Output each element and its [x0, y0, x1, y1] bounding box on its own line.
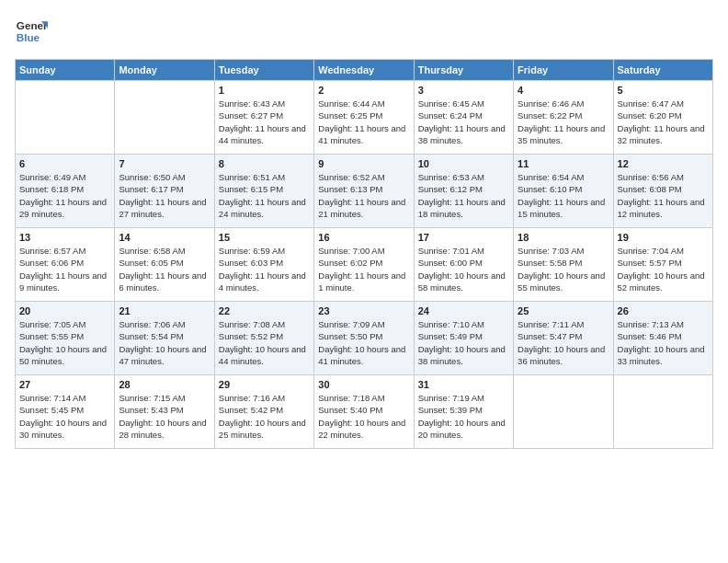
day-info: Sunrise: 6:53 AMSunset: 6:12 PMDaylight:…: [418, 171, 509, 220]
calendar-cell: 29Sunrise: 7:16 AMSunset: 5:42 PMDayligh…: [214, 375, 313, 449]
day-info: Sunrise: 7:04 AMSunset: 5:57 PMDaylight:…: [618, 245, 709, 293]
calendar-week-5: 27Sunrise: 7:14 AMSunset: 5:45 PMDayligh…: [16, 375, 713, 449]
day-header-saturday: Saturday: [613, 60, 712, 81]
day-info: Sunrise: 7:16 AMSunset: 5:42 PMDaylight:…: [219, 392, 310, 441]
day-number: 19: [618, 232, 709, 243]
day-info: Sunrise: 7:15 AMSunset: 5:43 PMDaylight:…: [119, 392, 210, 441]
day-info: Sunrise: 6:47 AMSunset: 6:20 PMDaylight:…: [618, 98, 709, 146]
day-info: Sunrise: 6:44 AMSunset: 6:25 PMDaylight:…: [318, 98, 409, 146]
day-info: Sunrise: 7:11 AMSunset: 5:47 PMDaylight:…: [518, 318, 609, 367]
day-info: Sunrise: 7:09 AMSunset: 5:50 PMDaylight:…: [318, 318, 409, 367]
calendar-week-4: 20Sunrise: 7:05 AMSunset: 5:55 PMDayligh…: [16, 302, 713, 375]
day-number: 18: [518, 232, 609, 243]
day-number: 20: [19, 305, 110, 316]
calendar-cell: 20Sunrise: 7:05 AMSunset: 5:55 PMDayligh…: [16, 302, 115, 375]
day-number: 15: [219, 232, 310, 243]
day-number: 23: [318, 305, 409, 316]
day-number: 6: [19, 158, 110, 169]
calendar-cell: 12Sunrise: 6:56 AMSunset: 6:08 PMDayligh…: [613, 155, 712, 228]
calendar-cell: 2Sunrise: 6:44 AMSunset: 6:25 PMDaylight…: [314, 81, 414, 155]
calendar-cell: 11Sunrise: 6:54 AMSunset: 6:10 PMDayligh…: [514, 155, 613, 228]
day-number: 24: [418, 305, 509, 316]
calendar-cell: 25Sunrise: 7:11 AMSunset: 5:47 PMDayligh…: [514, 302, 613, 375]
day-number: 5: [618, 85, 709, 96]
day-info: Sunrise: 7:05 AMSunset: 5:55 PMDaylight:…: [19, 318, 110, 367]
calendar-cell: 6Sunrise: 6:49 AMSunset: 6:18 PMDaylight…: [16, 155, 115, 228]
calendar-cell: 3Sunrise: 6:45 AMSunset: 6:24 PMDaylight…: [414, 81, 513, 155]
calendar-cell: 23Sunrise: 7:09 AMSunset: 5:50 PMDayligh…: [314, 302, 414, 375]
day-number: 21: [119, 305, 210, 316]
calendar-header-row: SundayMondayTuesdayWednesdayThursdayFrid…: [16, 60, 713, 81]
day-number: 31: [418, 379, 509, 390]
calendar-week-2: 6Sunrise: 6:49 AMSunset: 6:18 PMDaylight…: [16, 155, 713, 228]
logo-icon: General Blue: [15, 15, 48, 48]
calendar-cell: [115, 81, 214, 155]
day-number: 7: [119, 158, 210, 169]
calendar-cell: 21Sunrise: 7:06 AMSunset: 5:54 PMDayligh…: [115, 302, 214, 375]
day-info: Sunrise: 6:51 AMSunset: 6:15 PMDaylight:…: [219, 171, 310, 220]
day-info: Sunrise: 7:03 AMSunset: 5:58 PMDaylight:…: [518, 245, 609, 293]
day-info: Sunrise: 7:01 AMSunset: 6:00 PMDaylight:…: [418, 245, 509, 293]
day-info: Sunrise: 7:14 AMSunset: 5:45 PMDaylight:…: [19, 392, 110, 441]
day-info: Sunrise: 7:18 AMSunset: 5:40 PMDaylight:…: [318, 392, 409, 441]
calendar-body: 1Sunrise: 6:43 AMSunset: 6:27 PMDaylight…: [16, 81, 713, 449]
calendar-week-3: 13Sunrise: 6:57 AMSunset: 6:06 PMDayligh…: [16, 228, 713, 302]
calendar-cell: 26Sunrise: 7:13 AMSunset: 5:46 PMDayligh…: [613, 302, 712, 375]
day-info: Sunrise: 7:13 AMSunset: 5:46 PMDaylight:…: [618, 318, 709, 367]
day-number: 22: [219, 305, 310, 316]
day-number: 28: [119, 379, 210, 390]
day-info: Sunrise: 6:56 AMSunset: 6:08 PMDaylight:…: [618, 171, 709, 220]
day-header-thursday: Thursday: [414, 60, 513, 81]
calendar-table: SundayMondayTuesdayWednesdayThursdayFrid…: [15, 59, 713, 449]
calendar-cell: 24Sunrise: 7:10 AMSunset: 5:49 PMDayligh…: [414, 302, 513, 375]
day-number: 1: [219, 85, 310, 96]
calendar-cell: [514, 375, 613, 449]
calendar-cell: 18Sunrise: 7:03 AMSunset: 5:58 PMDayligh…: [514, 228, 613, 302]
day-header-monday: Monday: [115, 60, 214, 81]
calendar-cell: 5Sunrise: 6:47 AMSunset: 6:20 PMDaylight…: [613, 81, 712, 155]
day-number: 26: [618, 305, 709, 316]
calendar-cell: 10Sunrise: 6:53 AMSunset: 6:12 PMDayligh…: [414, 155, 513, 228]
calendar-cell: 27Sunrise: 7:14 AMSunset: 5:45 PMDayligh…: [16, 375, 115, 449]
day-number: 17: [418, 232, 509, 243]
day-info: Sunrise: 6:50 AMSunset: 6:17 PMDaylight:…: [119, 171, 210, 220]
day-number: 4: [518, 85, 609, 96]
day-header-sunday: Sunday: [16, 60, 115, 81]
calendar-cell: 4Sunrise: 6:46 AMSunset: 6:22 PMDaylight…: [514, 81, 613, 155]
day-header-friday: Friday: [514, 60, 613, 81]
day-number: 3: [418, 85, 509, 96]
day-info: Sunrise: 6:59 AMSunset: 6:03 PMDaylight:…: [219, 245, 310, 293]
day-info: Sunrise: 6:43 AMSunset: 6:27 PMDaylight:…: [219, 98, 310, 146]
calendar-cell: 1Sunrise: 6:43 AMSunset: 6:27 PMDaylight…: [214, 81, 313, 155]
day-info: Sunrise: 7:06 AMSunset: 5:54 PMDaylight:…: [119, 318, 210, 367]
day-info: Sunrise: 6:58 AMSunset: 6:05 PMDaylight:…: [119, 245, 210, 293]
calendar-cell: 13Sunrise: 6:57 AMSunset: 6:06 PMDayligh…: [16, 228, 115, 302]
page-header: General Blue: [15, 15, 713, 48]
calendar-cell: [16, 81, 115, 155]
day-number: 29: [219, 379, 310, 390]
day-info: Sunrise: 7:19 AMSunset: 5:39 PMDaylight:…: [418, 392, 509, 441]
day-number: 14: [119, 232, 210, 243]
calendar-cell: [613, 375, 712, 449]
svg-text:Blue: Blue: [17, 31, 40, 43]
day-header-tuesday: Tuesday: [214, 60, 313, 81]
calendar-cell: 31Sunrise: 7:19 AMSunset: 5:39 PMDayligh…: [414, 375, 513, 449]
day-number: 16: [318, 232, 409, 243]
day-info: Sunrise: 6:54 AMSunset: 6:10 PMDaylight:…: [518, 171, 609, 220]
day-number: 13: [19, 232, 110, 243]
day-info: Sunrise: 7:00 AMSunset: 6:02 PMDaylight:…: [318, 245, 409, 293]
calendar-cell: 17Sunrise: 7:01 AMSunset: 6:00 PMDayligh…: [414, 228, 513, 302]
calendar-cell: 14Sunrise: 6:58 AMSunset: 6:05 PMDayligh…: [115, 228, 214, 302]
day-number: 27: [19, 379, 110, 390]
day-info: Sunrise: 6:45 AMSunset: 6:24 PMDaylight:…: [418, 98, 509, 146]
calendar-cell: 16Sunrise: 7:00 AMSunset: 6:02 PMDayligh…: [314, 228, 414, 302]
calendar-cell: 28Sunrise: 7:15 AMSunset: 5:43 PMDayligh…: [115, 375, 214, 449]
calendar-cell: 22Sunrise: 7:08 AMSunset: 5:52 PMDayligh…: [214, 302, 313, 375]
logo: General Blue: [15, 15, 48, 48]
day-info: Sunrise: 7:08 AMSunset: 5:52 PMDaylight:…: [219, 318, 310, 367]
day-number: 2: [318, 85, 409, 96]
day-info: Sunrise: 6:49 AMSunset: 6:18 PMDaylight:…: [19, 171, 110, 220]
day-number: 25: [518, 305, 609, 316]
calendar-cell: 19Sunrise: 7:04 AMSunset: 5:57 PMDayligh…: [613, 228, 712, 302]
calendar-cell: 8Sunrise: 6:51 AMSunset: 6:15 PMDaylight…: [214, 155, 313, 228]
